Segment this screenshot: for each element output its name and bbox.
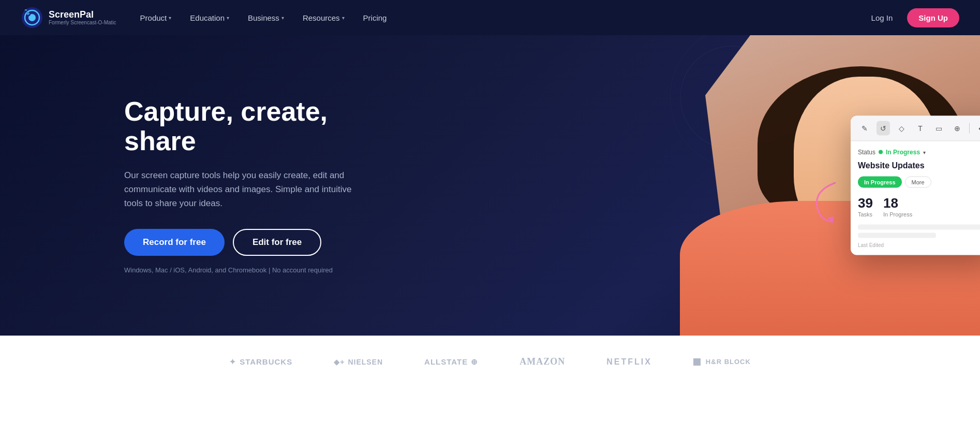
tool-zoom[interactable]: ⊕ — [951, 121, 964, 136]
stat-inprogress: 18 In Progress — [883, 195, 912, 218]
logo-amazon: amazon — [519, 356, 565, 367]
card-tabs: In Progress More — [858, 177, 980, 188]
card-title: Website Updates — [858, 161, 980, 170]
hero-section: Capture, create, share Our screen captur… — [0, 35, 980, 336]
hero-ui-card: ✎ ↺ ◇ T ▭ ⊕ ↩ Status In Progress ▾ — [851, 116, 980, 255]
logo-nielsen: ◆+ Nielsen — [334, 358, 383, 366]
logo[interactable]: ScreenPal Formerly Screencast-O-Matic — [21, 6, 116, 29]
signup-button[interactable]: Sign Up — [907, 8, 959, 27]
stat-tasks: 39 Tasks — [858, 195, 873, 218]
logos-section: ✦ STARBUCKS ◆+ Nielsen Allstate ⊕ amazon… — [0, 336, 980, 388]
tool-rect[interactable]: ▭ — [932, 121, 946, 136]
logo-text: ScreenPal Formerly Screencast-O-Matic — [49, 10, 116, 26]
edit-for-free-button[interactable]: Edit for free — [233, 229, 321, 256]
blurred-line-1 — [858, 225, 980, 230]
login-button[interactable]: Log In — [863, 9, 901, 26]
chevron-down-icon: ▾ — [342, 15, 345, 21]
logo-netflix: NETFLIX — [606, 357, 652, 367]
hero-footnote: Windows, Mac / iOS, Android, and Chromeb… — [124, 266, 362, 274]
logo-allstate: Allstate ⊕ — [424, 357, 478, 367]
logo-title: ScreenPal — [49, 10, 116, 20]
blurred-line-2 — [858, 233, 936, 238]
tool-undo[interactable]: ↩ — [975, 121, 980, 136]
stat-inprogress-label: In Progress — [883, 211, 912, 218]
status-value: In Progress — [886, 149, 920, 156]
stat-tasks-num: 39 — [858, 195, 873, 211]
hero-content: Capture, create, share Our screen captur… — [0, 66, 362, 306]
card-stats: 39 Tasks 18 In Progress — [858, 195, 980, 218]
logo-subtitle: Formerly Screencast-O-Matic — [49, 20, 116, 25]
nav-links: Product ▾ Education ▾ Business ▾ Resourc… — [132, 9, 863, 26]
pink-arrow-icon — [809, 180, 845, 227]
status-label: Status — [858, 149, 875, 156]
record-for-free-button[interactable]: Record for free — [124, 229, 225, 256]
tool-rotate[interactable]: ↺ — [877, 121, 890, 136]
nav-education[interactable]: Education ▾ — [182, 9, 237, 26]
nav-actions: Log In Sign Up — [863, 8, 959, 27]
card-body: Status In Progress ▾ Website Updates In … — [851, 141, 980, 255]
chevron-down-icon: ▾ — [281, 15, 284, 21]
screenpal-logo-icon — [21, 6, 43, 29]
tool-text[interactable]: T — [914, 121, 927, 136]
starbucks-star-icon: ✦ — [229, 357, 236, 367]
card-toolbar: ✎ ↺ ◇ T ▭ ⊕ ↩ — [851, 116, 980, 141]
allstate-icon: ⊕ — [471, 357, 478, 367]
card-status-row: Status In Progress ▾ — [858, 149, 980, 156]
nav-product[interactable]: Product ▾ — [132, 9, 180, 26]
navbar: ScreenPal Formerly Screencast-O-Matic Pr… — [0, 0, 980, 35]
hero-buttons: Record for free Edit for free — [124, 229, 362, 256]
tool-eraser[interactable]: ◇ — [895, 121, 909, 136]
tab-more[interactable]: More — [905, 177, 931, 188]
tool-pen[interactable]: ✎ — [858, 121, 871, 136]
hero-mockup: ✎ ↺ ◇ T ▭ ⊕ ↩ Status In Progress ▾ — [566, 35, 980, 336]
last-edited-label: Last Edited — [858, 242, 980, 248]
hrblock-square-icon — [693, 358, 701, 366]
status-dropdown-icon[interactable]: ▾ — [923, 149, 926, 155]
tab-in-progress[interactable]: In Progress — [858, 177, 902, 188]
nielsen-icon: ◆+ — [334, 358, 345, 366]
logo-starbucks: ✦ STARBUCKS — [229, 357, 292, 367]
toolbar-divider — [969, 123, 970, 134]
stat-tasks-label: Tasks — [858, 211, 873, 218]
nav-business[interactable]: Business ▾ — [240, 9, 292, 26]
logo-hrblock: H&R BLOCK — [693, 358, 751, 366]
hero-subtitle: Our screen capture tools help you easily… — [124, 168, 362, 211]
nav-pricing[interactable]: Pricing — [355, 9, 395, 26]
svg-marker-4 — [827, 216, 834, 224]
status-dot-icon — [879, 150, 883, 154]
hero-title: Capture, create, share — [124, 97, 362, 156]
nav-resources[interactable]: Resources ▾ — [294, 9, 353, 26]
chevron-down-icon: ▾ — [169, 15, 171, 21]
stat-inprogress-num: 18 — [883, 195, 912, 211]
chevron-down-icon: ▾ — [227, 15, 229, 21]
